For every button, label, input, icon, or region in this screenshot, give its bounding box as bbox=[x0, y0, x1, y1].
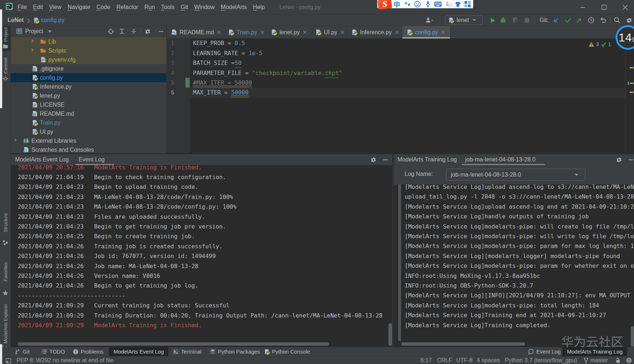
tree-item-ui-py[interactable]: UI.py bbox=[11, 127, 167, 136]
rollback-button[interactable] bbox=[599, 16, 607, 25]
training-log-output[interactable]: [Modelarts Service Log]upload ascend-log… bbox=[394, 185, 634, 347]
stop-button[interactable] bbox=[523, 16, 531, 25]
tree-item-license[interactable]: LICENSE bbox=[11, 100, 167, 109]
settings-button[interactable] bbox=[625, 16, 633, 25]
editor-tab-config-py[interactable]: config.py bbox=[402, 26, 450, 39]
toolwindow-button-python-console[interactable]: Python Console bbox=[264, 347, 310, 356]
menu-run[interactable]: Run bbox=[141, 0, 158, 14]
event-log-output[interactable]: 2021/04/09 20:57:16 ModelArts Training i… bbox=[11, 165, 392, 347]
collapse-all-button[interactable] bbox=[130, 28, 137, 35]
toolbox-icon[interactable] bbox=[464, 0, 471, 8]
close-tab-icon[interactable] bbox=[441, 30, 445, 34]
menu-git[interactable]: Git bbox=[177, 0, 191, 14]
editor-tab-ui-py[interactable]: UI.py bbox=[311, 26, 347, 39]
status-4-spaces[interactable]: 4 spaces bbox=[477, 356, 500, 364]
breadcrumb-file[interactable]: config.py bbox=[41, 17, 64, 23]
tree-item-lenet-py[interactable]: lenet.py bbox=[11, 91, 167, 100]
chevron-right-icon[interactable] bbox=[13, 138, 17, 142]
skin-icon[interactable] bbox=[454, 0, 462, 8]
status-python-3-7-tensorflow-gpu-[interactable]: Python 3.7 (tensorflow_gpu) bbox=[505, 356, 577, 364]
menu-tools[interactable]: Tools bbox=[158, 0, 177, 14]
menu-window[interactable]: Window bbox=[191, 0, 218, 14]
menu-file[interactable]: File bbox=[14, 0, 30, 14]
tree-item-scripts[interactable]: Scripts bbox=[11, 46, 167, 55]
tree-item-pyvenv-cfg[interactable]: pyvenv.cfg bbox=[11, 55, 167, 64]
panel-settings-button[interactable] bbox=[616, 157, 622, 163]
history-button[interactable] bbox=[587, 16, 595, 25]
menu-navigate[interactable]: Navigate bbox=[65, 0, 93, 14]
vertical-scrollbar[interactable] bbox=[398, 185, 401, 341]
close-button[interactable] bbox=[617, 0, 633, 14]
stripe-tab-structure[interactable]: Structure bbox=[0, 205, 10, 247]
toolwindow-button-event-log[interactable]: Event Log bbox=[528, 347, 561, 356]
menu-help[interactable]: Help bbox=[250, 0, 268, 14]
stripe-mark[interactable] bbox=[630, 67, 634, 68]
tree-item-inference-py[interactable]: Inference.py bbox=[11, 82, 167, 91]
menu-code[interactable]: Code bbox=[93, 0, 113, 14]
toolwindow-button-modelarts-event-log[interactable]: ModelArts Event Log bbox=[109, 347, 168, 356]
close-tab-icon[interactable] bbox=[340, 30, 344, 34]
coverage-button[interactable] bbox=[511, 16, 520, 25]
tree-item-train-py[interactable]: Train.py bbox=[11, 118, 167, 127]
stripe-mark[interactable] bbox=[630, 83, 634, 84]
ime-toolbar[interactable]: S bbox=[377, 0, 473, 8]
unlock-icon[interactable] bbox=[615, 358, 620, 363]
git-push-button[interactable] bbox=[574, 16, 583, 25]
toolwindow-button-problems[interactable]: Problems bbox=[73, 347, 104, 356]
tree-item--gitignore[interactable]: .gitignore bbox=[11, 64, 167, 73]
locate-file-button[interactable] bbox=[107, 28, 114, 35]
sogou-logo[interactable]: S bbox=[378, 0, 392, 10]
panel-minimize-button[interactable] bbox=[382, 157, 388, 163]
minimize-button[interactable] bbox=[574, 0, 591, 14]
debug-button[interactable] bbox=[499, 16, 507, 25]
breadcrumb[interactable]: LeNet ❯ config.py bbox=[8, 14, 64, 26]
tree-item-config-py[interactable]: config.py bbox=[11, 73, 167, 82]
menu-view[interactable]: View bbox=[46, 0, 64, 14]
horizontal-scrollbar[interactable] bbox=[401, 342, 525, 346]
editor-tab-readme-md[interactable]: MD README.md bbox=[167, 26, 224, 39]
run-button[interactable] bbox=[488, 16, 497, 25]
microphone-icon[interactable] bbox=[424, 0, 432, 8]
menu-refactor[interactable]: Refactor bbox=[113, 0, 141, 14]
maximize-button[interactable] bbox=[596, 0, 612, 14]
tab-event-log[interactable]: Event Log bbox=[79, 154, 105, 165]
menu-modelarts[interactable]: ModelArts bbox=[218, 0, 250, 14]
tab-job-log[interactable]: job-ma-lenet-04-08-13-28.0 bbox=[465, 154, 536, 165]
panel-settings-button[interactable] bbox=[144, 28, 151, 35]
inspections-widget[interactable]: 3 1 bbox=[589, 41, 613, 47]
toolwindow-button-todo[interactable]: TODO bbox=[41, 347, 65, 356]
emoji-icon[interactable] bbox=[414, 0, 421, 8]
breadcrumb-project[interactable]: LeNet bbox=[8, 17, 23, 23]
editor-tab-lenet-py[interactable]: lenet.py bbox=[267, 26, 311, 39]
close-tab-icon[interactable] bbox=[217, 30, 221, 34]
close-tab-icon[interactable] bbox=[303, 30, 307, 34]
project-panel-title[interactable]: Project bbox=[25, 26, 43, 37]
toolwindow-button-python-packages[interactable]: Python Packages bbox=[210, 347, 260, 356]
chevron-right-icon[interactable] bbox=[30, 48, 34, 52]
toolwindow-button-modelarts-training-log[interactable]: ModelArts Training Log bbox=[562, 347, 627, 356]
expand-all-button[interactable] bbox=[118, 28, 126, 35]
tree-item-readme-md[interactable]: MD README.md bbox=[11, 109, 167, 118]
clipboard-icon[interactable] bbox=[445, 0, 452, 8]
keyboard-icon[interactable] bbox=[434, 0, 442, 8]
editor-tab-train-py[interactable]: Train.py bbox=[224, 26, 267, 39]
toolwindow-button-git[interactable]: Git bbox=[15, 347, 30, 356]
status-6-17[interactable]: 6:17 bbox=[421, 356, 432, 364]
tree-item-external-libraries[interactable]: External Libraries bbox=[11, 136, 167, 145]
panel-minimize-button[interactable] bbox=[628, 157, 634, 163]
branch-icon[interactable] bbox=[584, 358, 589, 363]
git-update-button[interactable] bbox=[551, 16, 560, 25]
tree-item-lib[interactable]: Lib bbox=[11, 37, 167, 46]
status-master[interactable]: master bbox=[590, 356, 608, 364]
close-tab-icon[interactable] bbox=[395, 30, 399, 34]
hide-panel-button[interactable] bbox=[157, 28, 164, 35]
punctuation-icon[interactable] bbox=[404, 0, 411, 8]
tool-window-toggle-icon[interactable] bbox=[6, 358, 11, 363]
status-utf-8[interactable]: UTF-8 bbox=[456, 356, 472, 364]
stripe-mark[interactable] bbox=[630, 92, 634, 93]
chevron-right-icon[interactable] bbox=[30, 39, 34, 43]
close-tab-icon[interactable] bbox=[260, 30, 264, 34]
log-name-combobox[interactable]: job-ma-lenet-04-08-13-28.0 bbox=[446, 169, 585, 181]
editor-tab-inference-py[interactable]: Inference.py bbox=[347, 26, 402, 39]
run-configuration-select[interactable]: lenet bbox=[445, 15, 483, 25]
